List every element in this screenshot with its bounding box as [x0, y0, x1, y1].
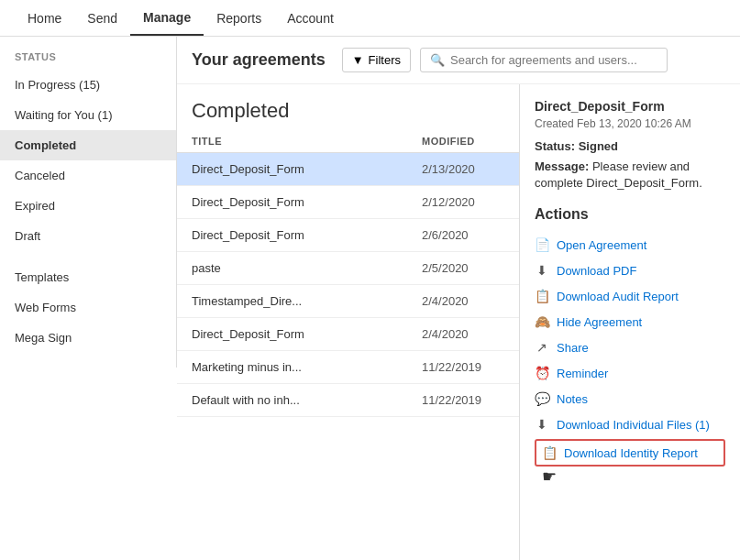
row-title: Direct_Deposit_Form — [192, 228, 422, 242]
sidebar: STATUSIn Progress (15)Waiting for You (1… — [0, 37, 177, 560]
row-date: 11/22/2019 — [422, 393, 504, 407]
table-row[interactable]: Marketing minus in...11/22/2019 — [177, 351, 519, 384]
detail-message: Message: Please review and complete Dire… — [535, 159, 725, 192]
row-title: Direct_Deposit_Form — [192, 162, 422, 176]
status-label: Status: — [535, 139, 575, 153]
agreement-list: Completed TITLE MODIFIED Direct_Deposit_… — [177, 84, 520, 560]
nav-item-reports[interactable]: Reports — [204, 2, 274, 35]
col-title-header: TITLE — [192, 136, 422, 147]
sidebar-item-templates[interactable]: Templates — [0, 262, 176, 292]
download-pdf-label: Download PDF — [557, 264, 636, 278]
sidebar-item-completed[interactable]: Completed — [0, 130, 176, 160]
table-header: TITLE MODIFIED — [177, 130, 519, 153]
row-date: 2/13/2020 — [422, 162, 504, 176]
open-agreement-icon: 📄 — [535, 237, 549, 252]
nav-item-home[interactable]: Home — [15, 2, 74, 35]
search-box[interactable]: 🔍 — [420, 48, 668, 72]
sidebar-item-draft[interactable]: Draft — [0, 221, 176, 251]
table-row[interactable]: Timestamped_Dire...2/4/2020 — [177, 285, 519, 318]
detail-created: Created Feb 13, 2020 10:26 AM — [535, 117, 725, 130]
action-item-reminder[interactable]: ⏰Reminder — [535, 360, 725, 386]
col-modified-header: MODIFIED — [422, 136, 504, 147]
table-row[interactable]: Direct_Deposit_Form2/12/2020 — [177, 186, 519, 219]
sidebar-item-waiting[interactable]: Waiting for You (1) — [0, 100, 176, 130]
top-nav: HomeSendManageReportsAccount — [0, 0, 740, 37]
row-title: Direct_Deposit_Form — [192, 195, 422, 209]
filter-icon: ▼ — [352, 53, 364, 67]
sidebar-section: TemplatesWeb FormsMega Sign — [0, 262, 176, 353]
search-icon: 🔍 — [430, 53, 445, 67]
sidebar-item-canceled[interactable]: Canceled — [0, 160, 176, 191]
row-title: paste — [192, 261, 422, 275]
search-input[interactable] — [450, 53, 657, 67]
notes-label: Notes — [557, 392, 588, 406]
table-row[interactable]: paste2/5/2020 — [177, 252, 519, 285]
filters-button[interactable]: ▼ Filters — [342, 48, 411, 72]
download-audit-icon: 📋 — [535, 289, 549, 303]
row-title: Direct_Deposit_Form — [192, 327, 422, 341]
table-row[interactable]: Default with no inh...11/22/2019 — [177, 384, 519, 417]
notes-icon: 💬 — [535, 391, 549, 406]
sidebar-item-expired[interactable]: Expired — [0, 191, 176, 221]
row-date: 11/22/2019 — [422, 360, 504, 374]
top-bar: Your agreements ▼ Filters 🔍 — [177, 37, 740, 84]
nav-item-account[interactable]: Account — [274, 2, 347, 35]
sidebar-item-web-forms[interactable]: Web Forms — [0, 292, 176, 323]
sidebar-item-mega-sign[interactable]: Mega Sign — [0, 323, 176, 353]
row-date: 2/5/2020 — [422, 261, 504, 275]
row-date: 2/4/2020 — [422, 327, 504, 341]
share-icon: ↗ — [535, 340, 549, 355]
reminder-icon: ⏰ — [535, 366, 549, 380]
hide-agreement-icon: 🙈 — [535, 314, 549, 329]
nav-item-manage[interactable]: Manage — [130, 1, 204, 36]
download-identity-label: Download Identity Report — [564, 446, 698, 460]
row-title: Default with no inh... — [192, 393, 422, 407]
message-label: Message: — [535, 159, 589, 173]
action-item-download-audit[interactable]: 📋Download Audit Report — [535, 283, 725, 309]
filters-label: Filters — [369, 53, 401, 67]
reminder-label: Reminder — [557, 367, 608, 380]
action-item-open-agreement[interactable]: 📄Open Agreement — [535, 232, 725, 258]
open-agreement-label: Open Agreement — [557, 238, 646, 252]
action-item-download-individual[interactable]: ⬇Download Individual Files (1) — [535, 412, 725, 437]
table-row[interactable]: Direct_Deposit_Form2/13/2020 — [177, 153, 519, 186]
detail-status: Status: Signed — [535, 139, 725, 153]
sidebar-item-in-progress[interactable]: In Progress (15) — [0, 70, 176, 100]
row-date: 2/6/2020 — [422, 228, 504, 242]
cursor-hand-icon: ☛ — [542, 467, 557, 487]
table-row[interactable]: Direct_Deposit_Form2/6/2020 — [177, 219, 519, 252]
action-item-hide-agreement[interactable]: 🙈Hide Agreement — [535, 309, 725, 335]
download-individual-icon: ⬇ — [535, 417, 549, 432]
row-date: 2/12/2020 — [422, 195, 504, 209]
nav-item-send[interactable]: Send — [74, 2, 130, 35]
action-item-download-identity[interactable]: 📋Download Identity Report — [535, 439, 725, 467]
download-audit-label: Download Audit Report — [557, 290, 679, 303]
action-item-download-pdf[interactable]: ⬇Download PDF — [535, 258, 725, 283]
actions-title: Actions — [535, 206, 725, 223]
sidebar-status-header: STATUS — [0, 51, 176, 70]
hide-agreement-label: Hide Agreement — [557, 315, 642, 329]
page-title: Your agreements — [192, 50, 326, 70]
row-title: Timestamped_Dire... — [192, 294, 422, 308]
download-individual-label: Download Individual Files (1) — [557, 418, 710, 432]
status-value: Signed — [579, 139, 618, 153]
detail-panel: Direct_Deposit_Form Created Feb 13, 2020… — [520, 84, 740, 560]
row-title: Marketing minus in... — [192, 360, 422, 374]
download-pdf-icon: ⬇ — [535, 263, 549, 278]
action-item-share[interactable]: ↗Share — [535, 335, 725, 360]
download-identity-icon: 📋 — [542, 445, 557, 460]
detail-filename: Direct_Deposit_Form — [535, 99, 725, 114]
table-row[interactable]: Direct_Deposit_Form2/4/2020 — [177, 318, 519, 351]
share-label: Share — [557, 341, 589, 355]
row-date: 2/4/2020 — [422, 294, 504, 308]
list-heading: Completed — [177, 84, 519, 130]
action-item-notes[interactable]: 💬Notes — [535, 386, 725, 412]
